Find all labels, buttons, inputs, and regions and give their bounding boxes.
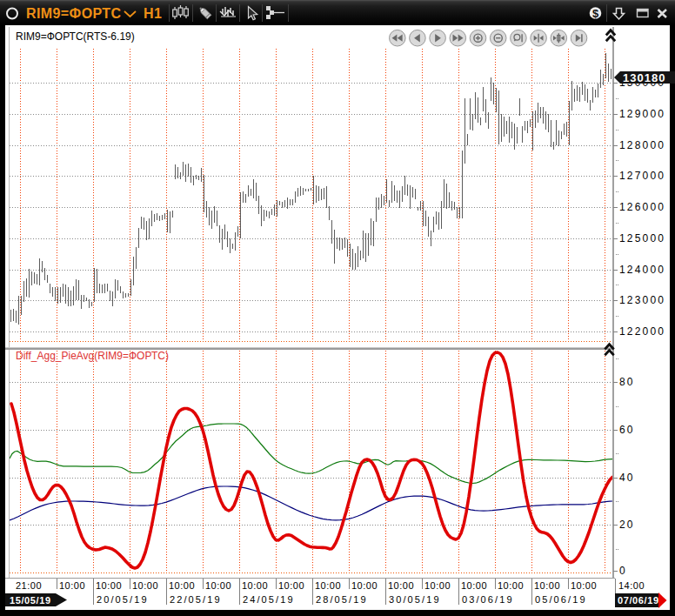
svg-text:10:00: 10:00 <box>534 580 560 591</box>
svg-text:60: 60 <box>619 424 635 436</box>
svg-text:10:00: 10:00 <box>388 580 414 591</box>
svg-text:07/06/19: 07/06/19 <box>618 595 659 606</box>
svg-text:22/05/19: 22/05/19 <box>170 594 222 605</box>
svg-text:28/05/19: 28/05/19 <box>316 594 368 605</box>
svg-text:24/05/19: 24/05/19 <box>243 594 295 605</box>
svg-text:15/05/19: 15/05/19 <box>10 595 51 606</box>
svg-text:10:00: 10:00 <box>132 580 158 591</box>
svg-text:130180: 130180 <box>623 71 665 84</box>
svg-text:122000: 122000 <box>619 325 665 338</box>
svg-text:129000: 129000 <box>619 108 665 120</box>
svg-text:H1: H1 <box>144 6 162 21</box>
svg-text:10:00: 10:00 <box>351 580 378 591</box>
svg-text:10:00: 10:00 <box>96 580 122 591</box>
svg-text:124000: 124000 <box>619 264 665 276</box>
svg-text:10:00: 10:00 <box>498 580 524 591</box>
svg-text:10:00: 10:00 <box>59 580 85 591</box>
svg-text:127000: 127000 <box>619 170 665 182</box>
svg-text:125000: 125000 <box>619 232 665 244</box>
svg-text:14:00: 14:00 <box>618 580 645 591</box>
svg-text:20/05/19: 20/05/19 <box>97 594 149 605</box>
svg-text:03/06/19: 03/06/19 <box>462 594 514 605</box>
svg-text:05/06/19: 05/06/19 <box>535 594 587 605</box>
svg-text:10:00: 10:00 <box>571 580 597 591</box>
svg-text:Diff_Agg_PieAvg(RIM9=ФОРТС): Diff_Agg_PieAvg(RIM9=ФОРТС) <box>16 350 169 362</box>
svg-text:80: 80 <box>619 376 635 388</box>
svg-text:10:00: 10:00 <box>278 580 304 591</box>
svg-text:RIM9=ФОРТС: RIM9=ФОРТС <box>26 6 122 21</box>
svg-text:10:00: 10:00 <box>242 580 268 591</box>
svg-text:10:00: 10:00 <box>205 580 231 591</box>
svg-text:0: 0 <box>619 565 627 577</box>
svg-text:RIM9=ФОРТС(RTS-6.19): RIM9=ФОРТС(RTS-6.19) <box>16 30 135 43</box>
svg-text:10:00: 10:00 <box>461 580 487 591</box>
svg-text:128000: 128000 <box>619 139 665 151</box>
svg-text:10:00: 10:00 <box>169 580 195 591</box>
svg-text:$: $ <box>592 7 599 20</box>
svg-text:10:00: 10:00 <box>315 580 341 591</box>
svg-text:123000: 123000 <box>619 294 665 306</box>
svg-text:20: 20 <box>619 519 635 531</box>
svg-text:30/05/19: 30/05/19 <box>389 594 441 605</box>
svg-text:126000: 126000 <box>619 201 665 213</box>
svg-text:40: 40 <box>619 472 635 484</box>
svg-text:21:00: 21:00 <box>16 580 42 591</box>
svg-text:10:00: 10:00 <box>424 580 451 591</box>
